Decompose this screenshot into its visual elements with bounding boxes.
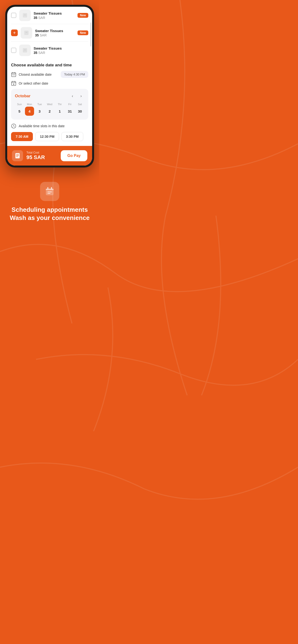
cost-text: Total Cost 95 SAR bbox=[26, 151, 45, 160]
item-checkbox[interactable] bbox=[11, 13, 16, 18]
day-name: Tue bbox=[37, 103, 42, 106]
svg-rect-7 bbox=[13, 72, 13, 73]
product-name: Sweater Tissues bbox=[35, 29, 75, 33]
clock-icon bbox=[11, 124, 16, 129]
calendar-day-col: Sun5 bbox=[15, 103, 24, 116]
time-slots-container: 7:30 AM12:30 PM3:30 PM bbox=[11, 132, 88, 141]
time-slot[interactable]: 3:30 PM bbox=[61, 132, 83, 141]
product-name: Sweater Tissues bbox=[34, 11, 75, 15]
svg-rect-16 bbox=[15, 153, 20, 158]
svg-rect-8 bbox=[14, 72, 15, 73]
product-thumbnail bbox=[19, 10, 31, 21]
promo-icon bbox=[40, 182, 59, 201]
time-section: Available time slots in this date 7:30 A… bbox=[7, 124, 92, 146]
svg-point-11 bbox=[14, 74, 15, 75]
calendar-day-col: Tue3 bbox=[35, 103, 44, 116]
go-pay-button[interactable]: Go Pay bbox=[61, 150, 87, 161]
product-list: Sweater Tissues 35 SAR New + bbox=[7, 7, 92, 59]
list-item: Sweater Tissues 35 SAR bbox=[11, 42, 88, 59]
new-badge: New bbox=[77, 13, 88, 18]
list-item: Sweater Tissues 35 SAR New bbox=[11, 7, 88, 24]
calendar-day-col: Mon4 bbox=[25, 103, 34, 116]
calendar-month: Octobar bbox=[15, 94, 31, 98]
closest-date-row: Closest available date Today 4:30 PM bbox=[11, 71, 88, 78]
calendar-day-col: Wed2 bbox=[45, 103, 54, 116]
day-number[interactable]: 3 bbox=[35, 106, 44, 116]
promo-area: Scheduling appointments Wash as your con… bbox=[0, 175, 99, 234]
day-number[interactable]: 5 bbox=[15, 106, 24, 116]
phone-screen: Sweater Tissues 35 SAR New + bbox=[7, 7, 92, 166]
calendar-widget: Octobar ‹ › Sun5Mon4Tue3Wed2Thr1Fri31Sat… bbox=[11, 89, 88, 120]
day-number[interactable]: 30 bbox=[75, 106, 84, 116]
day-number[interactable]: 4 bbox=[25, 106, 34, 116]
footer-bar: Total Cost 95 SAR Go Pay bbox=[7, 146, 92, 166]
svg-rect-18 bbox=[48, 187, 48, 189]
schedule-icon bbox=[44, 186, 55, 197]
product-thumbnail bbox=[19, 44, 31, 56]
promo-line2: Wash as your convenience bbox=[10, 214, 90, 222]
closest-date-value[interactable]: Today 4:30 PM bbox=[61, 71, 88, 78]
time-slot[interactable]: 12:30 PM bbox=[35, 132, 59, 141]
svg-rect-6 bbox=[12, 72, 16, 77]
product-info: Sweater Tissues 35 SAR bbox=[34, 46, 88, 54]
day-name: Mon bbox=[27, 103, 32, 106]
calendar-day-col: Sat30 bbox=[75, 103, 84, 116]
date-time-section: Choose available date and time bbox=[7, 59, 92, 120]
promo-line1: Scheduling appointments bbox=[10, 206, 90, 214]
other-date-label: Or select other date bbox=[11, 81, 48, 86]
calendar-day-col: Fri31 bbox=[65, 103, 74, 116]
phone-inner: Sweater Tissues 35 SAR New + bbox=[7, 7, 92, 166]
svg-rect-14 bbox=[14, 81, 15, 82]
closest-date-label: Closest available date bbox=[11, 72, 52, 77]
day-name: Thr bbox=[58, 103, 62, 106]
item-checkbox[interactable] bbox=[11, 48, 16, 53]
scrollbar bbox=[90, 22, 91, 46]
svg-point-3 bbox=[26, 32, 27, 33]
calendar-icon bbox=[11, 72, 16, 77]
time-slot[interactable]: 7:30 AM bbox=[11, 132, 33, 141]
day-name: Sun bbox=[17, 103, 22, 106]
time-slots-label: Available time slots in this date bbox=[11, 124, 88, 129]
calendar-day-col: Thr1 bbox=[55, 103, 64, 116]
other-date-row[interactable]: Or select other date bbox=[11, 81, 88, 86]
calendar-days-grid: Sun5Mon4Tue3Wed2Thr1Fri31Sat30 bbox=[15, 103, 84, 116]
day-number[interactable]: 31 bbox=[65, 106, 74, 116]
day-name: Fri bbox=[68, 103, 72, 106]
product-price: 35 SAR bbox=[34, 51, 88, 54]
day-number[interactable]: 2 bbox=[45, 106, 54, 116]
total-cost-value: 95 SAR bbox=[26, 154, 45, 160]
promo-text: Scheduling appointments Wash as your con… bbox=[10, 206, 90, 222]
svg-point-1 bbox=[25, 14, 26, 15]
svg-rect-19 bbox=[51, 187, 52, 189]
product-price: 35 SAR bbox=[35, 33, 75, 37]
calendar-header: Octobar ‹ › bbox=[15, 93, 84, 100]
product-info: Sweater Tissues 35 SAR bbox=[34, 11, 75, 20]
total-cost-label: Total Cost bbox=[26, 151, 45, 154]
section-title: Choose available date and time bbox=[11, 63, 88, 68]
svg-point-5 bbox=[25, 49, 26, 50]
product-info: Sweater Tissues 35 SAR bbox=[35, 29, 75, 37]
product-name: Sweater Tissues bbox=[34, 46, 88, 50]
calendar-navigation: ‹ › bbox=[69, 93, 84, 100]
svg-rect-13 bbox=[13, 81, 13, 82]
list-item: + Sweater Tissues 35 SAR New bbox=[11, 24, 88, 42]
receipt-icon bbox=[14, 152, 21, 159]
product-price: 35 SAR bbox=[34, 16, 75, 20]
phone-frame: Sweater Tissues 35 SAR New + bbox=[5, 5, 94, 168]
svg-point-9 bbox=[13, 74, 13, 75]
day-number[interactable]: 1 bbox=[55, 106, 64, 116]
day-name: Sat bbox=[78, 103, 82, 106]
new-badge: New bbox=[77, 30, 88, 35]
prev-month-button[interactable]: ‹ bbox=[69, 93, 76, 100]
add-item-button[interactable]: + bbox=[11, 30, 18, 36]
product-thumbnail bbox=[21, 27, 32, 38]
day-name: Wed bbox=[47, 103, 52, 106]
calendar-plus-icon bbox=[11, 81, 16, 86]
svg-point-10 bbox=[14, 74, 14, 75]
cost-icon bbox=[12, 150, 23, 161]
cost-area: Total Cost 95 SAR bbox=[12, 150, 45, 161]
next-month-button[interactable]: › bbox=[78, 93, 84, 100]
